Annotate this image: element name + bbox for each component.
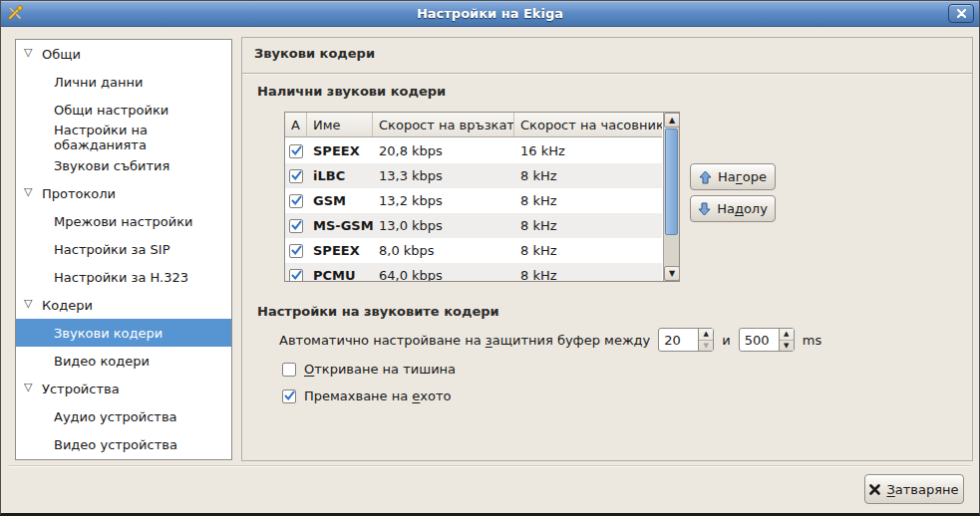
sidebar-item-устройства[interactable]: ▽Устройства [16, 375, 231, 402]
check-icon [291, 270, 302, 281]
codec-clock-rate: 8 kHz [514, 218, 662, 233]
expander-open-icon[interactable]: ▽ [24, 297, 32, 310]
silence-detection-option[interactable]: Откриване на тишина [282, 362, 456, 377]
codec-enabled-checkbox[interactable] [289, 219, 303, 233]
close-x-icon [869, 484, 880, 495]
move-down-button[interactable]: Надолу [690, 195, 776, 222]
panel-separator [242, 73, 972, 74]
titlebar[interactable]: Настройки на Ekiga [1, 1, 979, 27]
jitter-min-value[interactable]: 20 [659, 333, 698, 348]
spin-up-icon[interactable]: ▲ [780, 329, 794, 341]
codec-name: SPEEX [307, 143, 373, 158]
jitter-buffer-label: Автоматично настройване на защитния буфе… [279, 333, 650, 348]
scroll-down-stepper[interactable]: ▼ [664, 266, 680, 281]
sidebar-item-кодери[interactable]: ▽Кодери [16, 291, 231, 319]
move-up-button[interactable]: Нагоре [690, 163, 776, 190]
codec-enabled-checkbox[interactable] [289, 269, 303, 282]
close-dialog-button[interactable]: Затваряне [864, 474, 964, 504]
close-dialog-label: Затваряне [886, 482, 958, 497]
codec-clock-rate: 8 kHz [514, 193, 662, 208]
close-icon [957, 9, 966, 18]
column-header[interactable]: Скорост на часовника [514, 113, 662, 136]
sidebar-item-label: Звукови кодери [54, 326, 163, 341]
codec-bitrate: 20,8 kbps [373, 143, 514, 158]
sidebar-item-настройки-за-sip[interactable]: Настройки за SIP [16, 235, 231, 263]
sidebar-item-видео-кодери[interactable]: Видео кодери [16, 347, 231, 375]
codec-table-header[interactable]: АИмеСкорост на връзкатаСкорост на часовн… [285, 113, 662, 137]
sidebar-item-label: Настройки за SIP [54, 242, 170, 257]
sidebar-item-звукови-събития[interactable]: Звукови събития [16, 151, 231, 179]
sidebar-item-label: Видео кодери [54, 354, 150, 369]
jitter-max-spinbox[interactable]: 500 ▲▼ [739, 328, 795, 352]
sidebar-item-общи-настройки[interactable]: Общи настройки [16, 96, 231, 124]
codec-row[interactable]: MS-GSM13,0 kbps8 kHz [285, 213, 662, 238]
scrollbar-thumb[interactable] [665, 129, 678, 235]
sidebar-item-аудио-устройства[interactable]: Аудио устройства [16, 402, 231, 430]
arrow-up-icon [699, 170, 712, 184]
codec-clock-rate: 16 kHz [514, 143, 662, 158]
echo-cancellation-checkbox[interactable] [282, 389, 296, 403]
codec-enabled-checkbox[interactable] [289, 169, 303, 183]
spin-arrows[interactable]: ▲▼ [779, 329, 794, 351]
codec-table: АИмеСкорост на връзкатаСкорост на часовн… [284, 112, 680, 282]
codec-clock-rate: 8 kHz [514, 168, 662, 183]
codec-clock-rate: 8 kHz [514, 268, 662, 281]
codec-row[interactable]: GSM13,2 kbps8 kHz [285, 188, 662, 213]
expander-open-icon[interactable]: ▽ [24, 381, 32, 393]
move-up-label: Нагоре [718, 169, 767, 184]
echo-cancellation-label: Премахване на ехото [304, 388, 452, 403]
check-icon [291, 220, 302, 231]
preferences-tree: ▽ОбщиЛични данниОбщи настройкиНастройки … [15, 39, 232, 460]
sidebar-item-протоколи[interactable]: ▽Протоколи [16, 179, 231, 207]
codec-enabled-checkbox[interactable] [289, 194, 303, 208]
window-close-button[interactable] [948, 4, 974, 23]
silence-detection-label: Откриване на тишина [304, 362, 456, 377]
check-icon [291, 170, 302, 181]
scroll-up-stepper[interactable]: ▲ [664, 113, 680, 128]
reorder-buttons: Нагоре Надолу [690, 163, 776, 222]
jitter-unit-label: ms [803, 333, 821, 348]
codec-row[interactable]: iLBC13,3 kbps8 kHz [285, 163, 662, 188]
silence-detection-checkbox[interactable] [282, 363, 296, 377]
sidebar-item-label: Звукови събития [54, 158, 169, 173]
codec-name: SPEEX [307, 243, 373, 258]
sidebar-item-label: Настройки за H.323 [54, 270, 188, 285]
column-header[interactable]: А [285, 113, 307, 136]
codec-row[interactable]: SPEEX20,8 kbps16 kHz [285, 138, 662, 163]
sidebar-item-label: Устройства [42, 382, 120, 396]
jitter-buffer-row: Автоматично настройване на защитния буфе… [279, 327, 821, 353]
expander-open-icon[interactable]: ▽ [24, 185, 32, 198]
echo-cancellation-option[interactable]: Премахване на ехото [282, 388, 452, 403]
sidebar-item-настройки-на-обажданията[interactable]: Настройки на обажданията [16, 124, 231, 151]
codec-name: PCMU [307, 268, 373, 281]
codec-name: iLBC [307, 168, 373, 183]
expander-open-icon[interactable]: ▽ [24, 46, 32, 59]
codec-name: GSM [307, 193, 373, 208]
sidebar-item-мрежови-настройки[interactable]: Мрежови настройки [16, 207, 231, 235]
jitter-min-spinbox[interactable]: 20 ▲▼ [658, 328, 714, 352]
jitter-max-value[interactable]: 500 [740, 333, 779, 348]
codec-bitrate: 8,0 kbps [373, 243, 514, 258]
sidebar-item-настройки-за-h.323[interactable]: Настройки за H.323 [16, 263, 231, 291]
spin-arrows[interactable]: ▲▼ [698, 329, 713, 351]
spin-down-icon[interactable]: ▼ [780, 341, 794, 352]
codec-row[interactable]: PCMU64,0 kbps8 kHz [285, 263, 662, 281]
sidebar-item-лични-данни[interactable]: Лични данни [16, 68, 231, 96]
spin-down-icon[interactable]: ▼ [699, 341, 713, 352]
column-header[interactable]: Име [307, 113, 373, 136]
codec-bitrate: 13,3 kbps [373, 168, 514, 183]
sidebar-item-звукови-кодери[interactable]: Звукови кодери [16, 319, 231, 347]
vertical-scrollbar[interactable]: ▲ ▼ [663, 113, 679, 281]
codec-enabled-checkbox[interactable] [289, 144, 303, 158]
column-header[interactable]: Скорост на връзката [373, 113, 514, 136]
settings-section-label: Настройки на звуковите кодери [257, 304, 499, 319]
move-down-label: Надолу [717, 201, 768, 216]
spin-up-icon[interactable]: ▲ [699, 329, 713, 341]
check-icon [291, 145, 302, 156]
codec-enabled-checkbox[interactable] [289, 244, 303, 258]
codec-row[interactable]: SPEEX8,0 kbps8 kHz [285, 238, 662, 263]
window-title: Настройки на Ekiga [1, 6, 979, 21]
codec-bitrate: 13,0 kbps [373, 218, 514, 233]
sidebar-item-видео-устройства[interactable]: Видео устройства [16, 430, 231, 458]
sidebar-item-общи[interactable]: ▽Общи [16, 40, 231, 68]
